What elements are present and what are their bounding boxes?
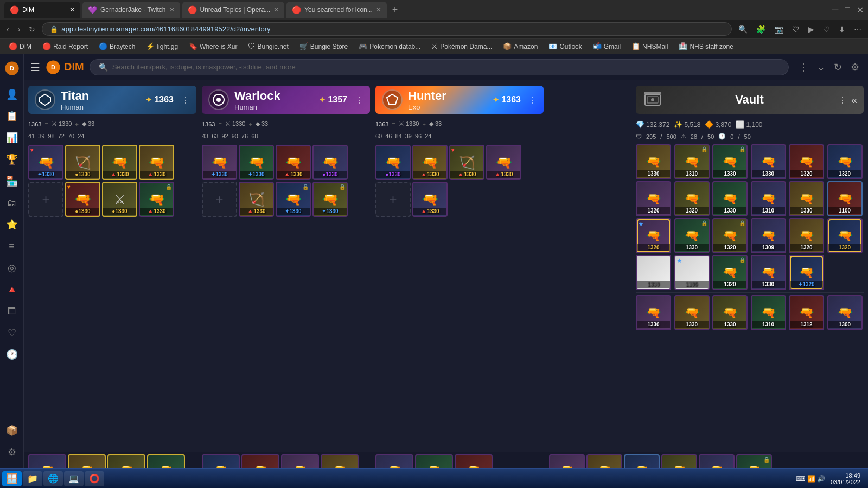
titan-menu-btn[interactable]: ⋮ <box>181 95 190 105</box>
search-bar[interactable]: 🔍 Search item/perk, is:dupe, is:maxpower… <box>90 59 789 75</box>
nav-back[interactable]: ‹ <box>4 24 11 35</box>
vault-item-13[interactable]: 🔫 ★ 1320 <box>636 218 671 253</box>
vault-bottom-5[interactable]: 🔫1312 <box>789 295 824 330</box>
vault-item-22[interactable]: 🔫1330 <box>751 255 786 290</box>
vault-item-16[interactable]: 🔫1309 <box>751 218 786 253</box>
sidebar-item-optimizer[interactable]: ◎ <box>2 258 22 278</box>
warlock-energy-2[interactable]: 🔫 🔒 ✦1330 <box>276 182 311 217</box>
warlock-menu-btn[interactable]: ⋮ <box>355 95 363 105</box>
sidebar-item-settings[interactable]: ⚙ <box>2 442 22 462</box>
vault-item-19[interactable]: 1330 <box>636 255 671 290</box>
vault-item-8[interactable]: 🔫1320 <box>674 181 710 216</box>
titan-kinetic-3[interactable]: 🔫 🔺1330 <box>102 145 137 180</box>
browser-download[interactable]: ⬇ <box>837 24 847 35</box>
hunter-kinetic-3[interactable]: 🏹 ♥ 🔺1330 <box>449 145 484 180</box>
warlock-energy-3[interactable]: 🔫 🔒 ✦1330 <box>312 182 348 217</box>
browser-close[interactable]: ✕ <box>857 5 864 15</box>
browser-shield[interactable]: 🛡 <box>790 24 802 35</box>
sidebar-item-heart[interactable]: ♡ <box>2 323 22 343</box>
vault-item-7[interactable]: 🔫1320 <box>636 181 671 216</box>
bookmark-bungie-net[interactable]: 🛡 Bungie.net <box>244 41 292 52</box>
warlock-kinetic-4[interactable]: 🔫 ●1330 <box>312 145 348 180</box>
taskbar-browser[interactable]: 🌐 <box>43 471 63 486</box>
vault-bottom-2[interactable]: 🔫1330 <box>674 295 710 330</box>
bookmark-pokemon-dam[interactable]: ⚔ Pokémon Dama... <box>427 41 496 52</box>
taskbar-file-explorer[interactable]: 📁 <box>23 471 42 486</box>
sidebar-item-vendors[interactable]: 🏪 <box>2 171 22 191</box>
browser-play[interactable]: ▶ <box>806 24 816 35</box>
titan-add-slot[interactable]: + <box>28 182 63 217</box>
bookmark-amazon[interactable]: 📦 Amazon <box>499 41 542 52</box>
titan-kinetic-1[interactable]: 🔫 ♥ ✦1330 <box>28 145 63 180</box>
vault-item-9[interactable]: 🔫1330 <box>712 181 748 216</box>
sidebar-item-armory[interactable]: 🔺 <box>2 280 22 299</box>
sidebar-item-loadouts[interactable]: 📋 <box>2 106 22 126</box>
bookmark-raid-report[interactable]: 🔴 Raid Report <box>38 41 92 52</box>
nav-forward[interactable]: › <box>16 24 23 35</box>
vault-item-21[interactable]: 🔫🔒1320 <box>712 255 748 290</box>
browser-search-icon[interactable]: 🔍 <box>736 24 750 35</box>
browser-heart[interactable]: ♡ <box>821 24 832 35</box>
bookmark-pokemon-db[interactable]: 🎮 Pokemon datab... <box>354 41 425 52</box>
settings-icon[interactable]: ⚙ <box>848 59 861 75</box>
warlock-kinetic-3[interactable]: 🔫 🔺1330 <box>276 145 311 180</box>
taskbar-computer[interactable]: 💻 <box>64 471 84 486</box>
tab-searched-close[interactable]: ✕ <box>376 6 381 14</box>
hunter-kinetic-4[interactable]: 🔫 🔺1330 <box>486 145 521 180</box>
bookmark-light-gg[interactable]: ⚡ light.gg <box>142 41 182 52</box>
sidebar-item-collections[interactable]: 🗂 <box>2 193 22 213</box>
vault-item-20[interactable]: ★1100 <box>674 255 710 290</box>
vault-item-10[interactable]: 🔫1310 <box>751 181 786 216</box>
bookmark-outlook[interactable]: 📧 Outlook <box>544 41 586 52</box>
tab-dim[interactable]: 🔴 DIM ✕ <box>4 2 80 18</box>
warlock-kinetic-2[interactable]: 🔫 ✦1330 <box>239 145 274 180</box>
vault-item-4[interactable]: 🔫1330 <box>751 144 786 179</box>
vault-item-17[interactable]: 🔫1320 <box>789 218 824 253</box>
titan-energy-3[interactable]: 🔫 🔒 🔺1330 <box>139 182 174 217</box>
sidebar-item-records[interactable]: 🏆 <box>2 150 22 169</box>
vault-item-12[interactable]: 🔫1100 <box>827 181 863 216</box>
sidebar-item-history[interactable]: 🕐 <box>2 345 22 364</box>
bookmark-nhs-staff[interactable]: 🏥 NHS staff zone <box>674 41 737 52</box>
warlock-energy-1[interactable]: 🏹 🔺1330 <box>239 182 274 217</box>
titan-kinetic-2[interactable]: 🏹 ●1330 <box>65 145 100 180</box>
collapse-icon[interactable]: ⌄ <box>815 59 827 75</box>
sidebar-item-organizer[interactable]: ≡ <box>2 236 22 256</box>
tab-twitch[interactable]: 💜 GernaderJake - Twitch ✕ <box>82 2 180 18</box>
more-options-icon[interactable]: ⋮ <box>796 59 810 75</box>
taskbar-opera[interactable]: ⭕ <box>85 471 104 486</box>
titan-kinetic-4[interactable]: 🔫 🔺1330 <box>139 145 174 180</box>
warlock-add-slot[interactable]: + <box>202 182 237 217</box>
vault-item-2[interactable]: 🔫🔒1310 <box>674 144 710 179</box>
browser-maximize[interactable]: □ <box>845 5 850 15</box>
sidebar-item-character[interactable]: 👤 <box>2 85 22 104</box>
bookmark-dim[interactable]: 🔴 DIM <box>4 41 36 52</box>
hamburger-button[interactable]: ☰ <box>30 61 40 74</box>
vault-item-23[interactable]: 🔫 ✦1320 <box>789 255 824 290</box>
vault-collapse-btn[interactable]: « <box>851 94 857 106</box>
vault-bottom-3[interactable]: 🔫1330 <box>712 295 748 330</box>
browser-menu[interactable]: ⋯ <box>852 24 864 35</box>
vault-item-5[interactable]: 🔫1320 <box>789 144 824 179</box>
tab-twitch-close[interactable]: ✕ <box>169 6 175 14</box>
vault-bottom-6[interactable]: 🔫1300 <box>827 295 863 330</box>
bookmark-nhsmail[interactable]: 📋 NHSMail <box>627 41 672 52</box>
hunter-energy-1[interactable]: 🔫 🔺1330 <box>412 182 448 217</box>
nav-refresh[interactable]: ↻ <box>27 24 37 35</box>
hunter-kinetic-1[interactable]: 🔫 ●1330 <box>375 145 411 180</box>
tab-unread[interactable]: 🔴 Unread Topics | Opera... ✕ <box>182 2 285 18</box>
vault-item-1[interactable]: 🔫1330 <box>636 144 671 179</box>
bookmark-bungie-store[interactable]: 🛒 Bungie Store <box>295 41 352 52</box>
bookmark-gmail[interactable]: 📬 Gmail <box>589 41 625 52</box>
bookmark-braytech[interactable]: 🔵 Braytech <box>94 41 139 52</box>
titan-energy-1[interactable]: 🔫 ♥ ●1330 <box>65 182 100 217</box>
hunter-menu-btn[interactable]: ⋮ <box>528 95 537 105</box>
sidebar-item-compare[interactable]: ⧠ <box>2 301 22 321</box>
vault-bottom-1[interactable]: 🔫1330 <box>636 295 671 330</box>
vault-item-18[interactable]: 🔫 1320 <box>827 218 863 253</box>
start-button[interactable]: 🪟 <box>2 471 22 486</box>
tab-dim-close[interactable]: ✕ <box>69 6 75 14</box>
vault-item-6[interactable]: 🔫1320 <box>827 144 863 179</box>
sidebar-item-packages[interactable]: 📦 <box>2 421 22 440</box>
vault-bottom-4[interactable]: 🔫1310 <box>751 295 786 330</box>
